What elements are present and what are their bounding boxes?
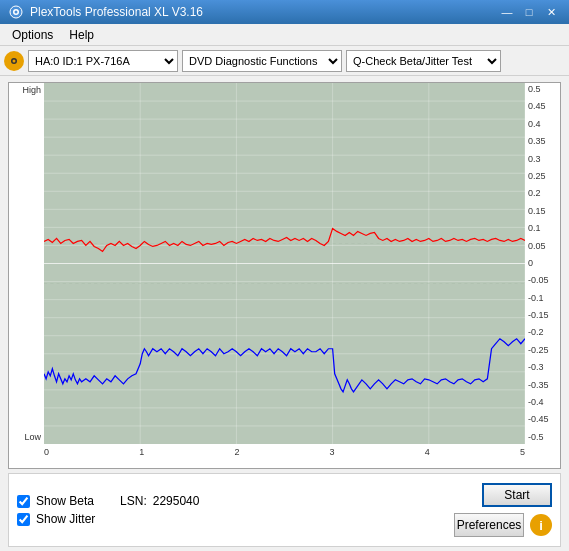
menu-help[interactable]: Help — [61, 26, 102, 44]
x-label-2: 2 — [234, 447, 239, 457]
y-right-label-11: -0.05 — [525, 276, 560, 285]
y-high-label: High — [9, 85, 44, 95]
y-low-label: Low — [9, 432, 44, 442]
y-right-label-0: 0.5 — [525, 85, 560, 94]
y-right-label-20: -0.5 — [525, 433, 560, 442]
minimize-button[interactable]: — — [497, 4, 517, 20]
menu-bar: Options Help — [0, 24, 569, 46]
y-right-label-10: 0 — [525, 259, 560, 268]
menu-options[interactable]: Options — [4, 26, 61, 44]
y-right-label-4: 0.3 — [525, 155, 560, 164]
y-right-label-16: -0.3 — [525, 363, 560, 372]
preferences-button[interactable]: Preferences — [454, 513, 524, 537]
chart-container: High Low — [8, 82, 561, 469]
x-label-4: 4 — [425, 447, 430, 457]
info-button[interactable]: i — [530, 514, 552, 536]
y-right-label-15: -0.25 — [525, 346, 560, 355]
test-select[interactable]: Q-Check Beta/Jitter Test — [346, 50, 501, 72]
chart-plot — [44, 83, 525, 444]
bottom-left: Show Beta LSN: 2295040 Show Jitter — [17, 494, 199, 526]
y-right-label-12: -0.1 — [525, 294, 560, 303]
title-bar: PlexTools Professional XL V3.16 — □ ✕ — [0, 0, 569, 24]
x-label-0: 0 — [44, 447, 49, 457]
y-right-label-2: 0.4 — [525, 120, 560, 129]
close-button[interactable]: ✕ — [541, 4, 561, 20]
show-jitter-label: Show Jitter — [36, 512, 95, 526]
preferences-row: Preferences i — [454, 513, 552, 537]
start-button[interactable]: Start — [482, 483, 552, 507]
maximize-button[interactable]: □ — [519, 4, 539, 20]
lsn-value: 2295040 — [153, 494, 200, 508]
y-right-label-3: 0.35 — [525, 137, 560, 146]
show-beta-row: Show Beta LSN: 2295040 — [17, 494, 199, 508]
drive-select[interactable]: HA:0 ID:1 PX-716A — [28, 50, 178, 72]
svg-point-5 — [13, 59, 16, 62]
show-beta-checkbox[interactable] — [17, 495, 30, 508]
x-axis: 0 1 2 3 4 5 — [44, 444, 525, 468]
window-title: PlexTools Professional XL V3.16 — [30, 5, 203, 19]
svg-point-2 — [15, 11, 18, 14]
chart-svg — [44, 83, 525, 444]
lsn-label: LSN: — [120, 494, 147, 508]
function-select[interactable]: DVD Diagnostic Functions — [182, 50, 342, 72]
y-axis-right: 0.5 0.45 0.4 0.35 0.3 0.25 0.2 0.15 0.1 … — [525, 83, 560, 444]
show-beta-label: Show Beta — [36, 494, 94, 508]
y-right-label-8: 0.1 — [525, 224, 560, 233]
bottom-right: Start Preferences i — [454, 483, 552, 537]
toolbar: HA:0 ID:1 PX-716A DVD Diagnostic Functio… — [0, 46, 569, 76]
y-right-label-6: 0.2 — [525, 189, 560, 198]
y-right-label-9: 0.05 — [525, 242, 560, 251]
y-right-label-5: 0.25 — [525, 172, 560, 181]
y-right-label-13: -0.15 — [525, 311, 560, 320]
show-jitter-row: Show Jitter — [17, 512, 199, 526]
drive-status-icon — [4, 51, 24, 71]
y-right-label-19: -0.45 — [525, 415, 560, 424]
app-icon — [8, 4, 24, 20]
y-right-label-7: 0.15 — [525, 207, 560, 216]
y-right-label-14: -0.2 — [525, 328, 560, 337]
x-label-3: 3 — [330, 447, 335, 457]
chart-area: High Low — [9, 83, 560, 468]
x-label-5: 5 — [520, 447, 525, 457]
y-right-label-18: -0.4 — [525, 398, 560, 407]
bottom-panel: Show Beta LSN: 2295040 Show Jitter Start… — [8, 473, 561, 547]
title-bar-left: PlexTools Professional XL V3.16 — [8, 4, 203, 20]
x-label-1: 1 — [139, 447, 144, 457]
show-jitter-checkbox[interactable] — [17, 513, 30, 526]
y-right-label-17: -0.35 — [525, 381, 560, 390]
window-controls: — □ ✕ — [497, 4, 561, 20]
y-right-label-1: 0.45 — [525, 102, 560, 111]
main-content: High Low — [0, 76, 569, 551]
